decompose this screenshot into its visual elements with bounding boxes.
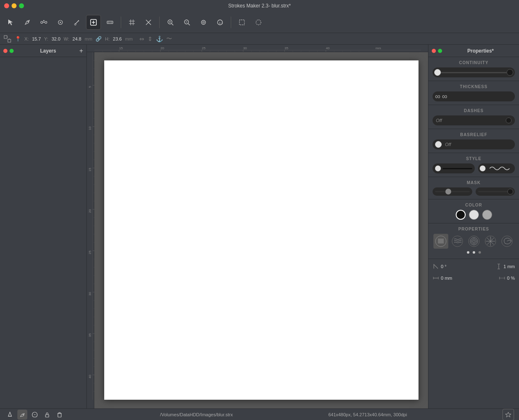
canvas-viewport[interactable] (94, 52, 428, 408)
color-black[interactable] (456, 210, 466, 220)
burst-icon (484, 235, 497, 247)
thickness-display[interactable]: ∞ ∞ (433, 91, 515, 101)
angle-item: 0 ° (433, 263, 447, 270)
lock-bottom-button[interactable] (42, 410, 52, 420)
bottom-tools (5, 410, 65, 420)
anchor-icon[interactable]: ⚓ (156, 36, 163, 42)
props-close-button[interactable] (432, 49, 436, 53)
titlebar: Strokes Maker 2.3- blur.strx* (0, 0, 519, 12)
properties-bottom: 0 ° 1 mm (428, 259, 519, 286)
svg-text:20: 20 (160, 46, 164, 50)
concentric-spiral-btn[interactable] (500, 234, 514, 249)
hatching-icon-btn[interactable] (433, 234, 448, 249)
ruler-top: 15 20 25 30 35 40 mm (87, 45, 428, 52)
spiral-icon (468, 235, 480, 247)
trash-bottom-icon (56, 411, 63, 418)
svg-point-138 (473, 240, 475, 242)
color-gray[interactable] (482, 210, 492, 220)
wave-svg (489, 165, 512, 172)
properties-panel: Properties* CONTINUITY THICKNESS ∞ ∞ DAS… (428, 45, 519, 408)
svg-point-5 (43, 20, 45, 21)
flip-h-icon[interactable]: ⇔ (139, 36, 144, 42)
traffic-lights (4, 3, 24, 8)
zoom-out-button[interactable] (179, 15, 194, 30)
props-expand-button[interactable] (438, 49, 442, 53)
brush-bottom-icon (7, 411, 13, 418)
mask-right-thumb[interactable] (507, 189, 513, 194)
toolbar-separator-3 (231, 17, 231, 28)
lock-icon[interactable]: 🔗 (96, 36, 102, 42)
basrelief-section: BASRELIEF Off (428, 129, 519, 153)
mask-bottom-icon (31, 411, 38, 418)
svg-text:20: 20 (88, 209, 92, 213)
diagonal-tool[interactable] (141, 15, 156, 30)
close-button[interactable] (4, 3, 9, 8)
svg-point-29 (201, 20, 206, 24)
mask-right-slider[interactable] (476, 187, 515, 196)
grid-tool[interactable] (124, 15, 139, 30)
svg-text:30: 30 (88, 292, 92, 295)
infinity-icon-1: ∞ (435, 92, 440, 101)
basrelief-thumb[interactable] (435, 141, 442, 148)
svg-rect-36 (8, 39, 11, 42)
burst-btn[interactable] (483, 234, 498, 249)
svg-text:mm: mm (375, 46, 381, 50)
spiral-btn[interactable] (466, 234, 481, 249)
style-wave-preview (486, 165, 515, 172)
add-tool[interactable] (86, 15, 101, 30)
dashes-toggle[interactable] (506, 118, 512, 123)
basrelief-label: BASRELIEF (433, 132, 515, 137)
star-icon (505, 412, 511, 418)
layers-content (0, 57, 86, 408)
svg-point-30 (203, 22, 204, 23)
zoom-in-button[interactable] (163, 15, 178, 30)
arrow-tool[interactable] (3, 15, 18, 30)
flip-v-icon[interactable]: ⇕ (148, 36, 153, 42)
continuity-thumb-left[interactable] (434, 69, 441, 76)
wavy-hatching-btn[interactable] (450, 234, 465, 249)
mask-bottom-button[interactable] (30, 410, 40, 420)
node-icon[interactable]: 〜 (166, 35, 172, 43)
eraser-tool[interactable] (53, 15, 68, 30)
style-line-thumb[interactable] (435, 166, 441, 171)
style-wave-thumb[interactable] (480, 166, 486, 171)
style-right-control[interactable] (478, 163, 515, 173)
w-label: W: (64, 36, 69, 41)
thickness-label: THICKNESS (433, 84, 515, 89)
pen-bottom-button[interactable] (17, 410, 27, 420)
layers-close-button[interactable] (3, 49, 7, 53)
node-tool[interactable] (36, 15, 51, 30)
basrelief-display[interactable]: Off (433, 139, 515, 149)
svg-point-157 (23, 414, 24, 415)
style-left-control[interactable] (433, 163, 475, 173)
dot-2 (473, 251, 475, 254)
mask-left-slider[interactable] (433, 187, 472, 196)
measure-tool[interactable] (103, 15, 117, 30)
maximize-button[interactable] (19, 3, 24, 8)
ellipse-select-button[interactable] (251, 15, 266, 30)
svg-rect-160 (58, 413, 61, 417)
rect-select-button[interactable] (234, 15, 249, 30)
mask-section: MASK (428, 177, 519, 199)
continuity-thumb-right[interactable] (507, 69, 513, 76)
height-icon (495, 263, 502, 270)
trash-bottom-button[interactable] (55, 410, 65, 420)
star-button[interactable] (502, 409, 514, 420)
color-white[interactable] (469, 210, 479, 220)
brush-bottom-button[interactable] (5, 410, 15, 420)
zoom-fit-button[interactable] (196, 15, 211, 30)
style-section: STYLE (428, 153, 519, 177)
thickness-section: THICKNESS ∞ ∞ (428, 81, 519, 105)
layers-expand-button[interactable] (10, 49, 14, 53)
mask-left-thumb[interactable] (445, 189, 451, 194)
zoom-actual-button[interactable]: 1:1 (213, 15, 227, 30)
layers-add-button[interactable]: + (79, 47, 83, 55)
minimize-button[interactable] (12, 3, 17, 8)
continuity-slider[interactable] (433, 67, 515, 77)
brush-tool[interactable] (69, 15, 84, 30)
transform-icon (3, 35, 12, 43)
ruler-left: 5 10 15 20 2 (87, 52, 94, 408)
spacing-icon (499, 275, 505, 281)
pen-tool[interactable] (20, 15, 35, 30)
dashes-display[interactable]: Off (433, 115, 515, 125)
